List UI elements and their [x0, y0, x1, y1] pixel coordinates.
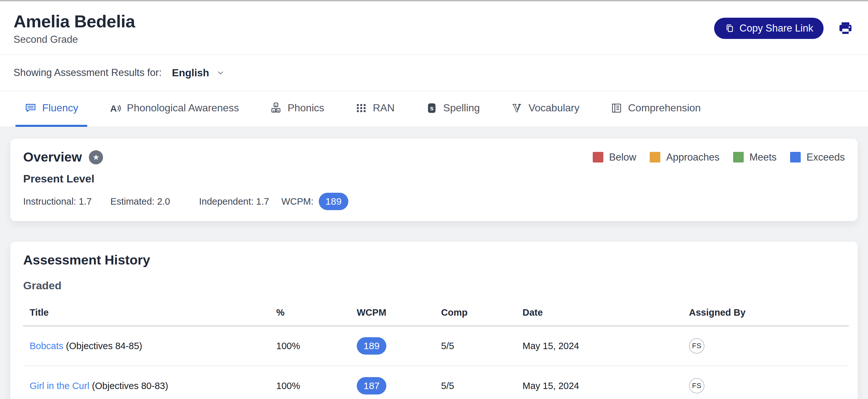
tab-ran[interactable]: RAN — [346, 91, 404, 127]
tab-label: Phonics — [287, 102, 324, 114]
assessment-history-card: Assessment History Graded Title % WCPM C… — [10, 242, 858, 399]
cell-assigned-by: FS — [689, 366, 849, 399]
content-area: Overview ★ Below Approaches Meets — [0, 127, 868, 399]
metric-instructional: Instructional: 1.7 — [23, 196, 92, 207]
graded-section-title: Graded — [23, 279, 845, 292]
filter-label: Showing Assessment Results for: — [13, 67, 162, 78]
cell-percent: 100% — [276, 326, 357, 366]
legend-item-approaches: Approaches — [650, 152, 719, 163]
score-legend: Below Approaches Meets Exceeds — [593, 152, 845, 163]
letter-s-tile-icon: s — [426, 102, 438, 114]
chevron-down-icon — [216, 69, 225, 77]
alphabet-blocks-icon: c a b — [270, 102, 282, 114]
cell-assigned-by: FS — [689, 326, 849, 366]
copy-share-link-button[interactable]: Copy Share Link — [714, 18, 824, 39]
avatar: FS — [689, 338, 705, 354]
assessment-filter-row: Showing Assessment Results for: English — [0, 55, 868, 91]
tab-phonological-awareness[interactable]: A Phonological Awareness — [100, 91, 248, 127]
svg-text:s: s — [430, 105, 433, 112]
legend-swatch-approaches — [650, 152, 660, 163]
cell-percent: 100% — [276, 366, 357, 399]
open-book-icon — [611, 102, 623, 114]
language-dropdown[interactable]: English — [172, 67, 225, 79]
tab-label: Fluency — [42, 102, 78, 114]
svg-text:c: c — [275, 103, 277, 106]
svg-text:V: V — [513, 102, 521, 114]
legend-swatch-meets — [733, 152, 744, 163]
legend-item-below: Below — [593, 152, 636, 163]
tab-label: Phonological Awareness — [127, 102, 239, 114]
cell-date: May 15, 2024 — [523, 326, 689, 366]
assessment-tab-bar: Fluency A Phonological Awareness c a b P… — [0, 91, 868, 127]
avatar: FS — [689, 378, 705, 394]
speech-bubble-icon — [25, 102, 37, 114]
assessment-title-link[interactable]: Bobcats — [30, 341, 63, 351]
legend-swatch-exceeds — [790, 152, 801, 163]
letter-a-soundwaves-icon: A — [109, 102, 121, 114]
copy-share-link-label: Copy Share Link — [740, 23, 813, 34]
tab-spelling[interactable]: s Spelling — [416, 91, 489, 127]
title-objectives: (Objectives 84-85) — [63, 341, 142, 351]
tab-comprehension[interactable]: Comprehension — [601, 91, 710, 127]
wcpm-label: WCPM: — [281, 196, 314, 207]
table-row: Girl in the Curl (Objectives 80-83) 100%… — [23, 366, 849, 399]
overview-card: Overview ★ Below Approaches Meets — [10, 139, 858, 221]
legend-item-meets: Meets — [733, 152, 777, 163]
cell-wcpm: 189 — [357, 326, 441, 366]
assessment-history-title: Assessment History — [23, 253, 845, 268]
table-row: Bobcats (Objectives 84-85) 100% 189 5/5 … — [23, 326, 849, 366]
student-info: Amelia Bedelia Second Grade — [13, 11, 135, 45]
letter-v-icon: V — [510, 102, 523, 114]
wcpm-badge: 187 — [357, 377, 386, 395]
column-header-comp: Comp — [441, 300, 523, 326]
assessment-title-link[interactable]: Girl in the Curl — [30, 381, 89, 391]
present-level-metrics: Instructional: 1.7 Estimated: 2.0 Indepe… — [23, 193, 845, 210]
tab-label: RAN — [373, 102, 395, 114]
student-name: Amelia Bedelia — [13, 11, 135, 31]
tab-label: Comprehension — [628, 102, 701, 114]
title-objectives: (Objectives 80-83) — [89, 381, 168, 391]
overview-title: Overview — [23, 149, 82, 165]
svg-text:A: A — [110, 103, 117, 113]
page-header: Amelia Bedelia Second Grade Copy Share L… — [0, 1, 868, 55]
header-actions: Copy Share Link — [714, 18, 853, 39]
svg-text:a: a — [273, 109, 275, 112]
print-button[interactable] — [838, 21, 853, 36]
metric-estimated: Estimated: 2.0 — [111, 196, 170, 207]
legend-item-exceeds: Exceeds — [790, 152, 845, 163]
tab-label: Vocabulary — [528, 102, 579, 114]
cell-comp: 5/5 — [441, 326, 523, 366]
column-header-wcpm: WCPM — [357, 300, 441, 326]
language-selected-value: English — [172, 67, 209, 79]
graded-assessments-table: Title % WCPM Comp Date Assigned By Bobca… — [23, 300, 849, 399]
column-header-percent: % — [276, 300, 357, 326]
metric-independent: Independent: 1.7 — [199, 196, 269, 207]
cell-wcpm: 187 — [357, 366, 441, 399]
table-header-row: Title % WCPM Comp Date Assigned By — [23, 300, 849, 326]
cell-comp: 5/5 — [441, 366, 523, 399]
cell-date: May 15, 2024 — [523, 366, 689, 399]
legend-swatch-below — [593, 152, 603, 163]
copy-icon — [724, 23, 735, 33]
cell-title: Bobcats (Objectives 84-85) — [23, 326, 276, 366]
tab-fluency[interactable]: Fluency — [16, 91, 87, 127]
wcpm-badge: 189 — [357, 337, 386, 355]
star-icon: ★ — [89, 150, 103, 164]
tab-vocabulary[interactable]: V Vocabulary — [502, 91, 588, 127]
column-header-assigned-by: Assigned By — [689, 300, 849, 326]
cell-title: Girl in the Curl (Objectives 80-83) — [23, 366, 276, 399]
wcpm-badge: 189 — [319, 193, 348, 210]
present-level-title: Present Level — [23, 172, 845, 185]
svg-text:b: b — [277, 109, 279, 112]
column-header-date: Date — [523, 300, 689, 326]
tab-label: Spelling — [443, 102, 480, 114]
dot-grid-icon — [355, 102, 367, 114]
column-header-title: Title — [23, 300, 276, 326]
metric-wcpm: WCPM: 189 — [281, 193, 348, 210]
student-grade: Second Grade — [13, 34, 135, 45]
printer-icon — [838, 21, 853, 36]
tab-phonics[interactable]: c a b Phonics — [261, 91, 333, 127]
